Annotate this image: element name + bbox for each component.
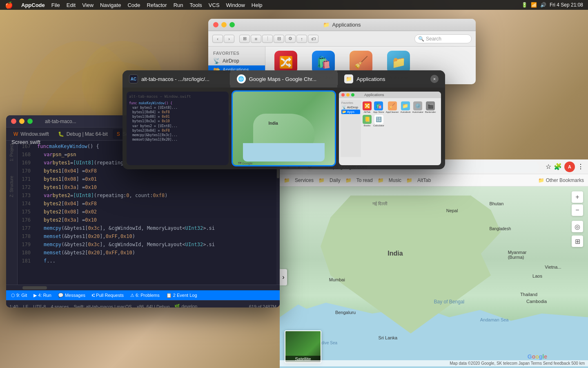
finder-column-view[interactable]: ⋮: [262, 35, 273, 43]
bookmark-toread[interactable]: To read: [356, 177, 373, 183]
preview-maps-content: India 🗺 Google: [233, 92, 335, 165]
structure-label: Z: Structure: [9, 176, 14, 197]
code-line-179: memcpy(&bytes2[0x3c], &cgWindowId, Memor…: [37, 240, 273, 249]
line-numbers: 167 168 169 170 171 172 173 174 175 176 …: [18, 141, 34, 285]
bookmark-alttab[interactable]: AltTab: [417, 177, 431, 183]
view-menu[interactable]: View: [82, 2, 94, 8]
alt-tab-header: AC alt-tab-macos - .../src/logic/... 🌐 G…: [122, 70, 445, 88]
map-zoom-out[interactable]: −: [572, 204, 583, 216]
india-label: India: [388, 250, 403, 257]
preview-finder-content: Applications Favorites 📡 AirDrop 📂 Apps …: [339, 92, 441, 165]
alt-tab-appcode[interactable]: AC alt-tab-macos - .../src/logic/...: [122, 70, 230, 88]
line-col: 1:40: [9, 304, 18, 308]
chrome-icon-text: 🌐: [238, 76, 244, 82]
bookmark-folder-icon6: 📁: [538, 177, 544, 183]
tab-window-swift[interactable]: W Window.swift: [9, 129, 53, 139]
editor-hscrollbar[interactable]: [6, 285, 280, 290]
code-menu[interactable]: Code: [127, 2, 140, 8]
edit-menu[interactable]: Edit: [67, 2, 76, 8]
finder-maximize-button[interactable]: [229, 22, 235, 27]
star-icon[interactable]: ☆: [546, 163, 551, 171]
finder-view-buttons: ⊞ ≡ ⋮ ⊟ ⚙ ↑ 🏷: [239, 35, 318, 43]
preview-finder-window[interactable]: Applications Favorites 📡 AirDrop 📂 Apps …: [339, 92, 441, 165]
help-menu[interactable]: Help: [252, 2, 263, 8]
map-location-btn[interactable]: ◎: [572, 221, 583, 232]
finder-title: 📁 Applications: [323, 22, 361, 28]
tab-debug[interactable]: 🐛 Debug | Mac 64-bit: [54, 129, 112, 139]
map-zoom-in[interactable]: +: [572, 191, 583, 203]
alt-tab-switcher: AC alt-tab-macos - .../src/logic/... 🌐 G…: [122, 70, 445, 169]
map-grid-btn[interactable]: ⊞: [572, 236, 583, 247]
tools-menu[interactable]: Tools: [189, 2, 202, 8]
search-icon: 🔍: [418, 36, 424, 42]
editor-side-icons: 1: Project Z: Structure: [6, 141, 18, 285]
bookmark-services[interactable]: Services: [295, 177, 314, 183]
bangladesh-label: Bangladesh: [489, 227, 511, 231]
code-line-172: bytes1[0x3a] = 0x10: [37, 183, 273, 191]
menubar-datetime: Fri 4 Sep 21:08: [550, 2, 583, 8]
mumbai-label: Mumbai: [329, 277, 345, 282]
finder-gallery-view[interactable]: ⊟: [274, 35, 284, 43]
code-line-173: var bytes2 = [UInt8](repeating: 0, count…: [37, 191, 273, 200]
lines-count: 619 of 2487M: [249, 304, 276, 308]
menu-icon[interactable]: ⋮: [577, 163, 584, 171]
bengaluru-label: Bengaluru: [335, 310, 356, 315]
editor-minimize-button[interactable]: [19, 119, 24, 124]
menubar-battery: 🔋: [521, 2, 528, 8]
alt-tab-chrome[interactable]: 🌐 Google Maps - Google Chr...: [230, 70, 338, 88]
map-area[interactable]: Nepal Bhutan Bangladesh India Myanmar(Bu…: [280, 186, 588, 368]
editor-bottom-bar: 1:40 LF UTF-8 4 spaces Swift: alt-tab-ma…: [6, 300, 280, 307]
app-name-menu[interactable]: AppCode: [21, 2, 45, 8]
finder-tag-btn[interactable]: 🏷: [308, 35, 318, 43]
folder-icon: 📁: [323, 22, 330, 28]
other-bookmarks-container: 📁 Other Bookmarks: [538, 177, 584, 183]
code-line-176: bytes2[0x3a] = 0x10: [37, 216, 273, 224]
code-line-180: memset(&bytes2[0x20], 0xFF, 0x10): [37, 249, 273, 257]
map-sidebar-toggle[interactable]: ›: [280, 269, 287, 285]
google-logo: Google: [528, 353, 547, 360]
finder-search-box[interactable]: 🔍 Search: [414, 34, 472, 43]
git-status: ⬡ 9: Git: [11, 293, 27, 298]
apple-menu[interactable]: 🍎: [5, 1, 13, 9]
preview-maps[interactable]: India 🗺 Google: [233, 92, 335, 165]
extensions-icon[interactable]: 🧩: [554, 163, 562, 171]
hscrollbar-thumb[interactable]: [22, 286, 47, 289]
bookmark-other[interactable]: Other Bookmarks: [546, 177, 584, 183]
finder-forward-button[interactable]: ›: [224, 35, 234, 43]
preview-appcode[interactable]: alt-tab-macos – Window.swift func makeKe…: [127, 92, 229, 165]
finder-window-controls: [213, 22, 235, 27]
alt-tab-finder-name: Applications: [356, 76, 385, 82]
editor-close-button[interactable]: [11, 119, 16, 124]
editor-maximize-button[interactable]: [27, 119, 33, 124]
refactor-menu[interactable]: Refactor: [147, 2, 167, 8]
andaman-label: Andaman Sea: [480, 317, 509, 322]
finder-share-btn[interactable]: ↑: [296, 35, 307, 43]
finder-list-view[interactable]: ≡: [251, 35, 261, 43]
user-avatar[interactable]: A: [564, 162, 575, 172]
finder-toolbar: ‹ › ⊞ ≡ ⋮ ⊟ ⚙ ↑ 🏷 🔍 Search: [208, 31, 476, 47]
alt-tab-finder[interactable]: 📁 Applications ×: [338, 70, 445, 88]
code-line-174: bytes2[0x04] = 0xF8: [37, 200, 273, 208]
bookmark-music[interactable]: Music: [389, 177, 401, 183]
run-menu[interactable]: Run: [174, 2, 183, 8]
appcode-icon-text: AC: [131, 77, 136, 81]
code-line-171: bytes1[0x08] = 0x01: [37, 175, 273, 183]
satellite-preview[interactable]: Satellite: [285, 330, 321, 363]
preview-appcode-content: alt-tab-macos – Window.swift func makeKe…: [127, 92, 229, 165]
alt-tab-appcode-name: alt-tab-macos - .../src/logic/...: [141, 76, 209, 82]
navigate-menu[interactable]: Navigate: [100, 2, 121, 8]
bookmark-folder-icon4: 📁: [378, 177, 384, 183]
finder-minimize-button[interactable]: [221, 22, 227, 27]
eventlog-status: 📋 2 Event Log: [166, 293, 197, 298]
window-menu[interactable]: Window: [226, 2, 245, 8]
finder-icon-view[interactable]: ⊞: [239, 35, 250, 43]
alt-tab-finder-close[interactable]: ×: [430, 75, 439, 83]
finder-arrange-btn[interactable]: ⚙: [285, 35, 296, 43]
file-menu[interactable]: File: [51, 2, 60, 8]
bookmark-daily[interactable]: Daily: [330, 177, 341, 183]
finder-back-button[interactable]: ‹: [212, 35, 223, 43]
alt-tab-previews: alt-tab-macos – Window.swift func makeKe…: [122, 88, 445, 169]
vcs-menu[interactable]: VCS: [209, 2, 220, 8]
sidebar-item-airdrop[interactable]: 📡 AirDrop: [208, 56, 265, 65]
finder-close-button[interactable]: [213, 22, 218, 27]
